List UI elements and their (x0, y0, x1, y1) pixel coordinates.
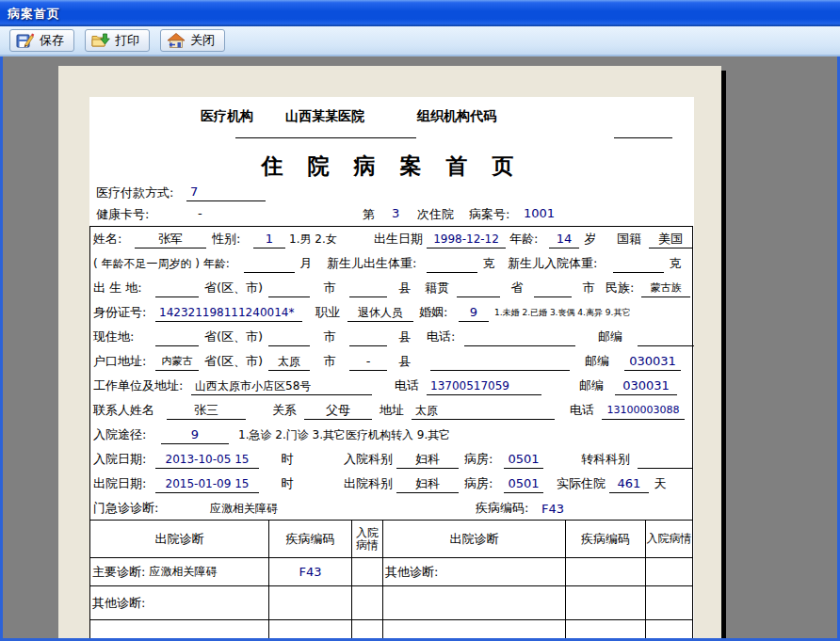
contact-addr-label: 地址 (380, 402, 412, 419)
cur-zip-label: 邮编 (598, 329, 632, 345)
native-city-field (534, 279, 572, 297)
id-field: 142321198111240014* (155, 303, 302, 322)
medical-record-form: 医疗机构 山西某某医院 组织机构代码 住 院 病 案 首 页 医疗付款方式: 7… (89, 97, 694, 641)
other-diag-label-2: 其他诊断: (92, 595, 145, 612)
birthplace-label: 出 生 地: (93, 280, 153, 296)
adm-date-field: 2013-10-05 15 (155, 450, 259, 469)
birthplace-city-field (268, 279, 310, 297)
dis-dept-field: 妇科 (396, 474, 459, 493)
print-label: 打印 (115, 32, 139, 49)
dis-ward-label: 病房: (464, 475, 504, 492)
cur-city-field (268, 328, 310, 346)
main-diag-label: 主要诊断: (92, 564, 145, 581)
county-label: 县 (387, 280, 423, 296)
row-infant: ( 年龄不足一周岁的 ) 年龄: 月 新生儿出生体重: 克 新生儿入院体重: 克 (93, 251, 692, 276)
main-diag-value: 应激相关障碍 (149, 564, 217, 580)
dis-dept-label: 出院科别 (344, 475, 396, 492)
er-diag-label: 门急诊诊断: (93, 500, 174, 517)
other-diag-label: 其他诊断: (385, 564, 438, 581)
cell-main-condition (352, 558, 383, 586)
save-button[interactable]: 保存 (9, 29, 74, 52)
adm-ward-field: 0501 (504, 450, 543, 469)
reg-prov-field: 内蒙古 (155, 352, 199, 371)
work-zip-label: 邮编 (579, 377, 613, 394)
adm-dept-label: 入院科别 (344, 451, 396, 468)
cell-empty (383, 620, 566, 641)
reg-detail-field (430, 352, 570, 371)
cell-other-condition-right (646, 558, 692, 586)
birth-field: 1998-12-12 (427, 230, 506, 248)
native-prov-field (457, 279, 500, 297)
er-code-value: F43 (541, 502, 589, 516)
hospital-name: 山西某某医院 (259, 108, 391, 125)
save-icon (16, 32, 35, 49)
birth-label: 出生日期 (374, 231, 427, 248)
adm-weight-unit: 克 (664, 255, 687, 272)
ethnic-label: 民族: (606, 280, 641, 296)
cur-prov-label: 省(区、市) (199, 329, 268, 345)
reg-city-field: 太原 (268, 352, 310, 371)
document-page: 医疗机构 山西某某医院 组织机构代码 住 院 病 案 首 页 医疗付款方式: 7… (58, 66, 721, 641)
row-registered-address: 户口地址: 内蒙古 省(区、市) 太原 市 - 县 邮编 030031 (93, 349, 692, 374)
age-label: 年龄: (509, 231, 549, 248)
org-code-label: 组织机构代码 (417, 108, 496, 125)
age-field: 14 (549, 230, 579, 248)
header-disease-code-1: 疾病编码 (269, 521, 352, 558)
cur-county-field (349, 328, 387, 346)
health-card-row: 健康卡号: - 第 3 次住院 病案号: 1001 (92, 203, 691, 226)
adm-weight-label: 新生儿入院体重: (508, 255, 613, 272)
dis-hour-unit: 时 (259, 475, 315, 492)
prov-label: 省(区、市) (199, 280, 268, 296)
adm-date-label: 入院日期: (93, 451, 155, 468)
header-adm-condition-2: 入院病情 (646, 521, 692, 558)
row-work-unit: 工作单位及地址: 山西太原市小店区58号 电话 13700517059 邮编 0… (93, 374, 692, 398)
cur-county-label: 县 (387, 329, 423, 345)
id-label: 身份证号: (93, 304, 155, 321)
row-contact: 联系人姓名 张三 关系 父母 地址 太原 电话 13100003088 (93, 398, 692, 423)
contact-label: 联系人姓名 (93, 402, 167, 419)
reg-zip-label: 邮编 (585, 353, 619, 370)
reg-zip-field: 030031 (624, 352, 681, 371)
reg-county-field: - (349, 352, 387, 371)
cell-main-diag: 主要诊断: 应激相关障碍 (90, 558, 269, 586)
dis-date-label: 出院日期: (93, 475, 155, 492)
cell-empty (383, 586, 566, 620)
window-title: 病案首页 (8, 6, 60, 23)
print-button[interactable]: 打印 (85, 29, 150, 52)
admission-count-field: 3 (392, 206, 399, 220)
cur-tel-field (464, 328, 575, 346)
diagnosis-table: 出院诊断 疾病编码 入院病情 出院诊断 疾病编码 入院病情 主要诊断: 应激相关… (89, 520, 693, 641)
birthplace-prov-field (155, 279, 199, 297)
transfer-dept-label: 转科科别 (581, 451, 634, 468)
contact-addr-field: 太原 (412, 401, 555, 420)
dis-ward-field: 0501 (504, 474, 543, 493)
contact-tel-field: 13100003088 (602, 401, 685, 420)
cell-empty (269, 586, 352, 620)
reg-county-label: 县 (387, 353, 423, 370)
row-birthplace: 出 生 地: 省(区、市) 市 县 籍贯 省 市 民族: 蒙古族 (93, 276, 692, 300)
nation-label: 国籍 (617, 231, 645, 248)
patient-info-box: 姓名: 张军 性别: 1 1.男 2.女 出生日期 1998-12-12 年龄:… (89, 226, 693, 521)
close-button[interactable]: 关闭 (160, 29, 225, 52)
card-label: 健康卡号: (96, 206, 149, 223)
disease-code-label: 疾病编码: (476, 500, 541, 517)
pay-label: 医疗付款方式: (96, 184, 173, 201)
infant-age-field (244, 254, 295, 273)
print-icon (91, 32, 110, 49)
marriage-label: 婚姻: (419, 304, 459, 321)
toolbar: 保存 打印 关闭 (0, 26, 840, 56)
header-discharge-diag-2: 出院诊断 (383, 521, 566, 558)
titlebar: 病案首页 (0, 0, 840, 26)
birth-weight-field (427, 254, 477, 273)
contact-tel-label: 电话 (570, 402, 602, 419)
native-place-label: 籍贯 (425, 280, 457, 296)
work-tel-label: 电话 (395, 377, 427, 394)
row-er-diagnosis: 门急诊诊断: 应激相关障碍 疾病编码: F43 (93, 496, 692, 521)
cell-main-code: F43 (269, 558, 352, 586)
cell-empty (269, 620, 352, 641)
work-zip-field: 030031 (615, 377, 677, 395)
cell-empty (566, 586, 646, 620)
cur-zip-field (638, 328, 694, 346)
save-label: 保存 (40, 32, 64, 49)
cur-prov-field (155, 328, 199, 346)
